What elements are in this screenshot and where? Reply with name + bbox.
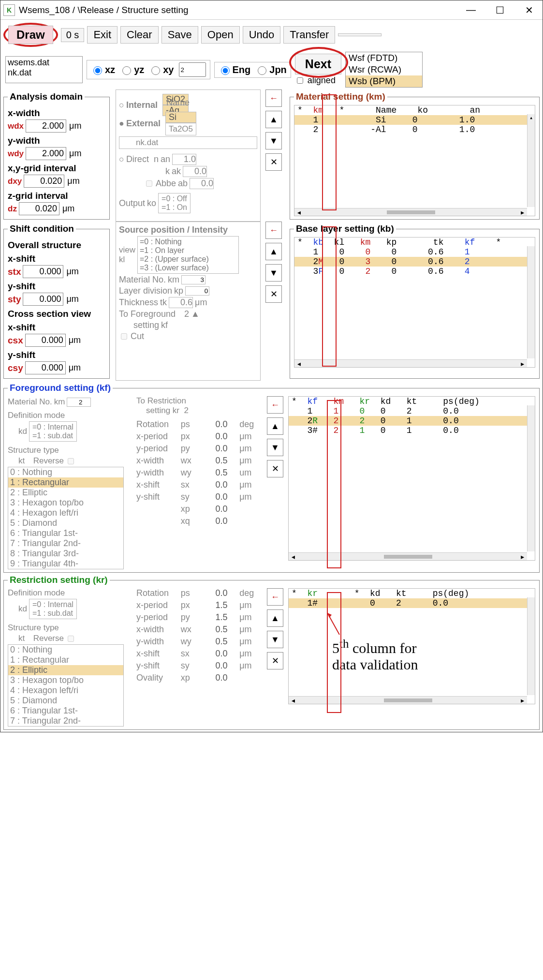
restriction-type-list[interactable]: 0 : Nothing 1 : Rectangular 2 : Elliptic… — [8, 644, 124, 727]
nav-delete[interactable]: ✕ — [267, 652, 283, 669]
reverse-checkbox[interactable] — [68, 458, 74, 464]
draw-button[interactable]: Draw — [8, 26, 53, 44]
sx-input[interactable]: 0.0 — [203, 480, 227, 490]
structure-type-list[interactable]: 0 : Nothing 1 : Rectangular 2 : Elliptic… — [8, 467, 124, 569]
radio-xz[interactable]: xz — [91, 64, 115, 75]
abbe-checkbox[interactable] — [146, 180, 152, 187]
wx-input[interactable]: 0.5 — [203, 456, 227, 466]
nav-down[interactable]: ▼ — [267, 631, 283, 648]
dxy-input[interactable] — [24, 175, 64, 188]
direct-radio[interactable] — [119, 154, 124, 164]
scrollbar-x[interactable]: ◂▸ — [289, 552, 527, 560]
radio-xy[interactable]: xy — [149, 64, 174, 75]
km-input[interactable] — [181, 275, 205, 284]
rs-wy-input[interactable]: 0.5 — [203, 637, 227, 647]
wy-input[interactable]: 0.5 — [203, 468, 227, 478]
method-item-selected[interactable]: Wsb (BPM) — [346, 75, 422, 87]
unit-um: μm — [69, 121, 81, 131]
py-input[interactable]: 0.0 — [203, 444, 227, 454]
csy-input[interactable] — [25, 361, 66, 374]
fg-km-input[interactable] — [67, 398, 91, 407]
scrollbar-y[interactable] — [527, 405, 535, 551]
stx-input[interactable] — [23, 265, 63, 278]
open-button[interactable]: Open — [201, 26, 240, 44]
undo-button[interactable]: Undo — [243, 26, 281, 44]
rs-ps-input[interactable]: 0.0 — [203, 588, 227, 598]
radio-yz[interactable]: yz — [120, 64, 144, 75]
kp-input[interactable] — [185, 286, 209, 296]
rs-sx-input[interactable]: 0.0 — [203, 649, 227, 659]
scrollbar-y[interactable] — [527, 246, 535, 358]
base-table[interactable]: * kb kl km kp tk kf * 1 0 0 0 0.6 1 2M 0… — [294, 237, 535, 368]
radio-jpn[interactable]: Jpn — [255, 64, 287, 75]
kl-options[interactable]: =0 : Nothing =1 : On layer =2 : (Upper s… — [137, 236, 239, 274]
method-item[interactable]: Wsf (FDTD) — [346, 52, 422, 64]
wdy-input[interactable] — [26, 147, 66, 160]
file-list[interactable]: wsems.dat nk.dat — [5, 56, 83, 83]
file-item[interactable]: wsems.dat — [8, 58, 80, 68]
scrollbar-y[interactable] — [527, 597, 535, 695]
next-button[interactable]: Next — [295, 54, 341, 74]
wdx-input[interactable] — [26, 119, 66, 133]
scrollbar-x[interactable]: ◂▸ — [294, 208, 527, 216]
rs-py-input[interactable]: 1.5 — [203, 612, 227, 623]
nav-up[interactable]: ▲ — [265, 243, 282, 260]
foreground-table[interactable]: * kf km kr kd kt ps(deg) 1 1 0 0 2 0.0 2… — [288, 396, 535, 561]
nav-down[interactable]: ▼ — [265, 132, 282, 149]
nav-left-red[interactable]: ← — [265, 89, 282, 107]
clear-button[interactable]: Clear — [120, 26, 159, 44]
px-input[interactable]: 0.0 — [203, 431, 227, 442]
chem-si[interactable]: Si — [165, 112, 196, 123]
sy-input[interactable]: 0.0 — [203, 492, 227, 502]
maximize-button[interactable]: ☐ — [493, 4, 507, 16]
table-row: 1 0 0 0 0.6 1 — [294, 247, 535, 257]
aligned-checkbox[interactable] — [297, 77, 303, 84]
nav-up[interactable]: ▲ — [265, 111, 282, 128]
ak-input[interactable]: 0.0 — [183, 166, 207, 177]
cut-checkbox[interactable] — [121, 333, 127, 340]
nav-delete[interactable]: ✕ — [267, 460, 283, 477]
nav-left-red[interactable]: ← — [267, 588, 283, 606]
minimize-button[interactable]: — — [464, 4, 478, 16]
material-table[interactable]: * km * Name ko an 1 Si 0 1.0 2 -Al 0 1.0… — [294, 105, 535, 216]
tk-input[interactable]: 0.6 — [169, 297, 193, 308]
scrollbar-x[interactable]: ◂▸ — [289, 696, 527, 704]
nav-delete[interactable]: ✕ — [265, 285, 282, 303]
sty-input[interactable] — [23, 293, 63, 306]
file-item[interactable]: nk.dat — [8, 68, 80, 78]
nav-left-red[interactable]: ← — [265, 222, 282, 239]
nav-delete[interactable]: ✕ — [265, 153, 282, 171]
scrollbar-y[interactable]: ▴ — [527, 114, 535, 207]
rs-px-input[interactable]: 1.5 — [203, 600, 227, 610]
radio-eng[interactable]: Eng — [219, 64, 251, 75]
close-button[interactable]: ✕ — [522, 4, 536, 16]
orient-count[interactable] — [179, 62, 206, 77]
nav-up[interactable]: ▲ — [267, 609, 283, 627]
dz-input[interactable] — [19, 202, 59, 215]
internal-radio[interactable] — [119, 100, 124, 110]
exit-button[interactable]: Exit — [87, 26, 117, 44]
method-item[interactable]: Wsr (RCWA) — [346, 64, 422, 75]
table-row[interactable]: 2 -Al 0 1.0 — [294, 125, 535, 134]
nav-up[interactable]: ▲ — [267, 417, 283, 435]
fg-up-icon[interactable]: ▲ — [191, 309, 200, 319]
save-button[interactable]: Save — [161, 26, 198, 44]
chem-ta[interactable]: Ta2O5 — [165, 123, 196, 135]
transfer-button[interactable]: Transfer — [283, 26, 335, 44]
rs-wx-input[interactable]: 0.5 — [203, 624, 227, 635]
scrollbar-x[interactable]: ◂▸ — [294, 359, 527, 367]
annotation-arrow-icon — [325, 610, 344, 639]
nav-down[interactable]: ▼ — [267, 439, 283, 456]
an-input[interactable]: 1.0 — [172, 154, 196, 165]
ab-input[interactable]: 0.0 — [190, 178, 214, 189]
rs-sy-input[interactable]: 0.0 — [203, 661, 227, 671]
external-radio[interactable] — [119, 119, 124, 129]
method-list[interactable]: Wsf (FDTD) Wsr (RCWA) Wsb (BPM) — [345, 52, 423, 88]
table-row[interactable]: 1 Si 0 1.0 — [294, 115, 535, 125]
restriction-table[interactable]: * kr * kd kt ps(deg) 1# 0 2 0.0 ◂▸ 5th c… — [288, 588, 535, 704]
reverse-checkbox[interactable] — [68, 636, 74, 642]
nav-left-red[interactable]: ← — [267, 396, 283, 414]
csx-input[interactable] — [25, 334, 66, 347]
ps-input[interactable]: 0.0 — [203, 419, 227, 430]
nav-down[interactable]: ▼ — [265, 264, 282, 282]
